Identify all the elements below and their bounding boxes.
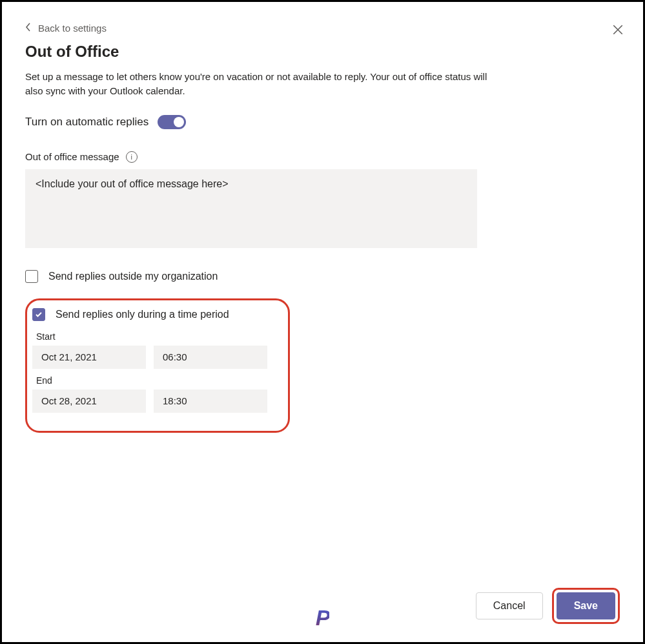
time-period-checkbox[interactable] bbox=[32, 308, 45, 321]
start-label: Start bbox=[36, 331, 275, 342]
back-to-settings-link[interactable]: Back to settings bbox=[25, 23, 620, 34]
page-description: Set up a message to let others know you'… bbox=[25, 70, 490, 98]
time-period-label: Send replies only during a time period bbox=[56, 309, 229, 320]
end-label: End bbox=[36, 375, 275, 386]
page-title: Out of Office bbox=[25, 43, 620, 61]
auto-replies-toggle-label: Turn on automatic replies bbox=[25, 116, 148, 129]
close-icon bbox=[612, 26, 624, 37]
out-of-office-message-input[interactable] bbox=[25, 169, 477, 248]
close-button[interactable] bbox=[612, 24, 624, 38]
start-time-picker[interactable]: 06:30 bbox=[154, 346, 267, 369]
back-label: Back to settings bbox=[38, 23, 107, 34]
send-outside-org-checkbox[interactable] bbox=[25, 270, 38, 283]
cancel-button[interactable]: Cancel bbox=[476, 592, 543, 619]
start-date-picker[interactable]: Oct 21, 2021 bbox=[32, 346, 146, 369]
toggle-knob bbox=[174, 117, 184, 127]
chevron-left-icon bbox=[25, 23, 32, 34]
message-field-label: Out of office message bbox=[25, 151, 119, 162]
send-outside-org-label: Send replies outside my organization bbox=[48, 271, 218, 282]
end-time-picker[interactable]: 18:30 bbox=[154, 390, 267, 413]
save-button-highlight: Save bbox=[552, 588, 620, 624]
save-button[interactable]: Save bbox=[557, 592, 615, 619]
end-date-picker[interactable]: Oct 28, 2021 bbox=[32, 390, 146, 413]
time-period-highlight: Send replies only during a time period S… bbox=[25, 298, 290, 433]
info-icon[interactable]: i bbox=[126, 151, 138, 163]
watermark-logo: P bbox=[316, 605, 330, 630]
auto-replies-toggle[interactable] bbox=[158, 115, 186, 129]
